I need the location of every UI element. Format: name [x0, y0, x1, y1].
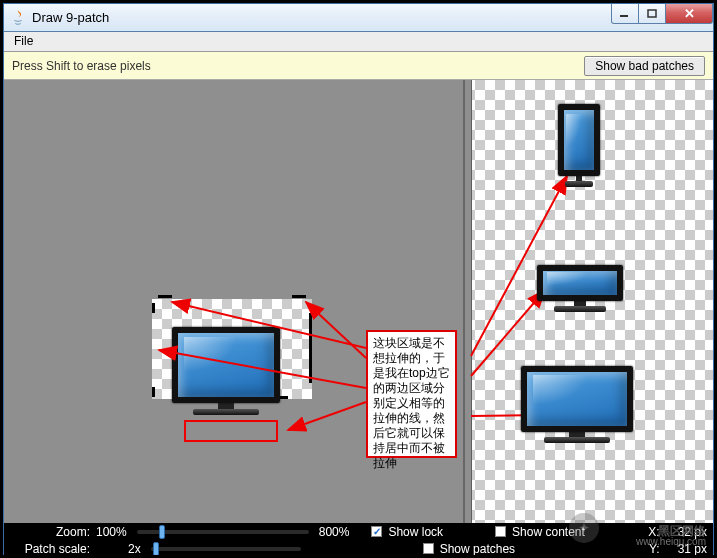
- workspace: 这块区域是不想拉伸的，于是我在top边它的两边区域分别定义相等的拉伸的线，然后它…: [4, 80, 713, 523]
- maximize-button[interactable]: [638, 4, 666, 24]
- y-label: Y:: [649, 542, 660, 556]
- zoom-value: 100%: [96, 525, 127, 539]
- patch-scale-slider[interactable]: [151, 547, 301, 551]
- svg-line-3: [306, 302, 366, 358]
- zoom-label: Zoom:: [10, 525, 90, 539]
- minimize-button[interactable]: [611, 4, 639, 24]
- menu-file[interactable]: File: [10, 32, 37, 50]
- show-lock-label: Show lock: [388, 525, 443, 539]
- right-marker[interactable]: [309, 313, 312, 383]
- status-bar: Zoom: 100% 800% Show lock Show content X…: [4, 523, 713, 557]
- preview-image: [521, 366, 633, 443]
- x-label: X:: [648, 525, 659, 539]
- titlebar: Draw 9-patch ✕: [4, 4, 713, 32]
- show-bad-patches-button[interactable]: Show bad patches: [584, 56, 705, 76]
- close-button[interactable]: ✕: [665, 4, 713, 24]
- preview-panel[interactable]: [465, 80, 713, 523]
- preview-image: [537, 265, 623, 312]
- top-marker[interactable]: [158, 295, 172, 298]
- zoom-max: 800%: [319, 525, 350, 539]
- window-title: Draw 9-patch: [32, 10, 612, 25]
- x-value: 32 px: [678, 525, 707, 539]
- menubar: File: [4, 32, 713, 52]
- hint-text: Press Shift to erase pixels: [12, 59, 584, 73]
- patch-scale-label: Patch scale:: [10, 542, 90, 556]
- highlight-box: [184, 420, 278, 442]
- svg-rect-1: [648, 10, 656, 17]
- preview-image: [558, 104, 600, 187]
- show-content-checkbox[interactable]: [495, 526, 506, 537]
- y-value: 31 px: [678, 542, 707, 556]
- show-patches-checkbox[interactable]: [423, 543, 434, 554]
- zoom-slider[interactable]: [137, 530, 309, 534]
- top-marker[interactable]: [292, 295, 306, 298]
- toolbar: Press Shift to erase pixels Show bad pat…: [4, 52, 713, 80]
- java-icon: [10, 10, 26, 26]
- svg-line-7: [471, 290, 545, 376]
- left-marker[interactable]: [152, 303, 155, 313]
- svg-rect-0: [620, 15, 628, 17]
- patch-scale-value: 2x: [128, 542, 141, 556]
- show-lock-checkbox[interactable]: [371, 526, 382, 537]
- editor-panel[interactable]: 这块区域是不想拉伸的，于是我在top边它的两边区域分别定义相等的拉伸的线，然后它…: [4, 80, 465, 523]
- annotation-callout: 这块区域是不想拉伸的，于是我在top边它的两边区域分别定义相等的拉伸的线，然后它…: [366, 330, 457, 458]
- left-marker[interactable]: [152, 387, 155, 397]
- annotation-text: 这块区域是不想拉伸的，于是我在top边它的两边区域分别定义相等的拉伸的线，然后它…: [373, 336, 450, 470]
- show-patches-label: Show patches: [440, 542, 515, 556]
- watermark-icon: ✦: [569, 513, 599, 543]
- source-image: [172, 327, 280, 415]
